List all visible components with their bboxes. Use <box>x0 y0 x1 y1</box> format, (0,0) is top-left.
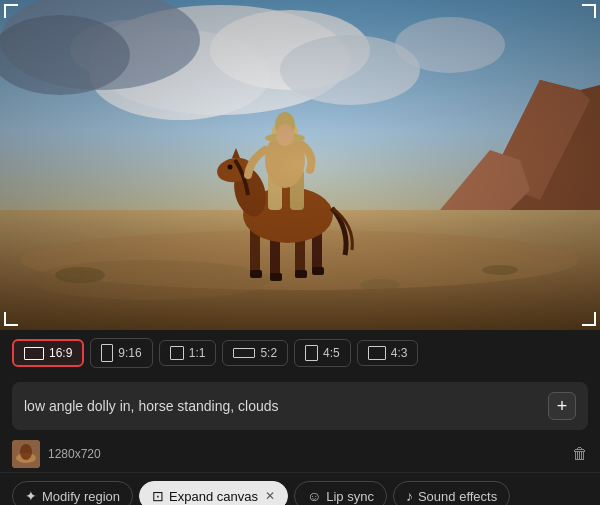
aspect-icon-5-2 <box>233 348 255 358</box>
corner-handle-br[interactable] <box>582 312 596 326</box>
aspect-label-9-16: 9:16 <box>118 346 141 360</box>
thumbnail <box>12 440 40 468</box>
action-bar: ✦Modify region⊡Expand canvas✕☺Lip sync♪S… <box>0 472 600 505</box>
aspect-icon-4-5 <box>305 345 318 361</box>
aspect-btn-9-16[interactable]: 9:16 <box>90 338 152 368</box>
aspect-btn-4-5[interactable]: 4:5 <box>294 339 351 367</box>
action-label-modify-region: Modify region <box>42 489 120 504</box>
action-icon-lip-sync: ☺ <box>307 488 321 504</box>
aspect-label-1-1: 1:1 <box>189 346 206 360</box>
action-icon-sound-effects: ♪ <box>406 488 413 504</box>
main-container: 16:99:161:15:24:54:3 low angle dolly in,… <box>0 0 600 505</box>
aspect-btn-5-2[interactable]: 5:2 <box>222 340 288 366</box>
action-icon-expand-canvas: ⊡ <box>152 488 164 504</box>
aspect-toolbar: 16:99:161:15:24:54:3 <box>0 330 600 376</box>
action-close-expand-canvas[interactable]: ✕ <box>265 489 275 503</box>
corner-handle-tr[interactable] <box>582 4 596 18</box>
add-button[interactable]: + <box>548 392 576 420</box>
svg-rect-38 <box>0 0 600 330</box>
corner-handle-bl[interactable] <box>4 312 18 326</box>
aspect-icon-9-16 <box>101 344 113 362</box>
aspect-icon-16-9 <box>24 347 44 360</box>
prompt-area: low angle dolly in, horse standing, clou… <box>12 382 588 430</box>
delete-button[interactable]: 🗑 <box>572 445 588 463</box>
aspect-label-5-2: 5:2 <box>260 346 277 360</box>
aspect-icon-4-3 <box>368 346 386 360</box>
action-icon-modify-region: ✦ <box>25 488 37 504</box>
aspect-label-16-9: 16:9 <box>49 346 72 360</box>
action-label-expand-canvas: Expand canvas <box>169 489 258 504</box>
aspect-btn-4-3[interactable]: 4:3 <box>357 340 419 366</box>
aspect-label-4-3: 4:3 <box>391 346 408 360</box>
action-btn-expand-canvas[interactable]: ⊡Expand canvas✕ <box>139 481 288 505</box>
aspect-btn-16-9[interactable]: 16:9 <box>12 339 84 367</box>
svg-point-41 <box>20 444 32 460</box>
action-btn-lip-sync[interactable]: ☺Lip sync <box>294 481 387 505</box>
image-area <box>0 0 600 330</box>
prompt-text: low angle dolly in, horse standing, clou… <box>24 398 540 414</box>
action-label-lip-sync: Lip sync <box>326 489 374 504</box>
aspect-btn-1-1[interactable]: 1:1 <box>159 340 217 366</box>
aspect-icon-1-1 <box>170 346 184 360</box>
action-btn-sound-effects[interactable]: ♪Sound effects <box>393 481 510 505</box>
resolution-label: 1280x720 <box>48 447 564 461</box>
info-row: 1280x720 🗑 <box>0 436 600 472</box>
aspect-label-4-5: 4:5 <box>323 346 340 360</box>
action-label-sound-effects: Sound effects <box>418 489 497 504</box>
corner-handle-tl[interactable] <box>4 4 18 18</box>
action-btn-modify-region[interactable]: ✦Modify region <box>12 481 133 505</box>
